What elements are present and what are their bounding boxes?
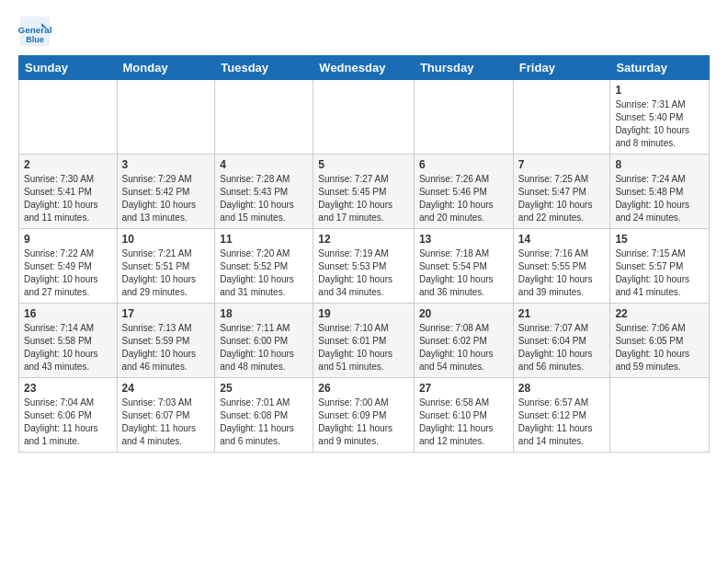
- day-cell: 7Sunrise: 7:25 AM Sunset: 5:47 PM Daylig…: [513, 155, 610, 229]
- day-info: Sunrise: 7:19 AM Sunset: 5:53 PM Dayligh…: [318, 247, 409, 299]
- day-cell: 12Sunrise: 7:19 AM Sunset: 5:53 PM Dayli…: [313, 229, 415, 304]
- day-cell: 26Sunrise: 7:00 AM Sunset: 6:09 PM Dayli…: [313, 378, 415, 453]
- day-info: Sunrise: 7:31 AM Sunset: 5:40 PM Dayligh…: [615, 98, 704, 150]
- day-cell: 28Sunrise: 6:57 AM Sunset: 6:12 PM Dayli…: [513, 378, 610, 453]
- day-number: 25: [220, 382, 308, 395]
- header: General Blue: [18, 15, 710, 48]
- week-row-4: 23Sunrise: 7:04 AM Sunset: 6:06 PM Dayli…: [19, 378, 710, 453]
- day-info: Sunrise: 7:10 AM Sunset: 6:01 PM Dayligh…: [318, 322, 409, 373]
- day-number: 13: [419, 233, 508, 246]
- svg-text:General: General: [18, 25, 51, 35]
- day-cell: 18Sunrise: 7:11 AM Sunset: 6:00 PM Dayli…: [215, 304, 313, 378]
- day-number: 5: [318, 158, 409, 171]
- day-number: 10: [122, 233, 210, 246]
- day-info: Sunrise: 7:30 AM Sunset: 5:41 PM Dayligh…: [24, 173, 112, 224]
- day-number: 17: [122, 307, 210, 320]
- day-info: Sunrise: 6:57 AM Sunset: 6:12 PM Dayligh…: [518, 396, 606, 448]
- logo: General Blue: [18, 15, 55, 48]
- day-number: 28: [518, 382, 606, 395]
- day-cell: 11Sunrise: 7:20 AM Sunset: 5:52 PM Dayli…: [215, 229, 313, 304]
- day-cell: 3Sunrise: 7:29 AM Sunset: 5:42 PM Daylig…: [117, 155, 215, 229]
- day-number: 2: [24, 158, 112, 171]
- day-cell: [215, 80, 313, 155]
- day-header-thursday: Thursday: [414, 56, 513, 80]
- calendar-header: SundayMondayTuesdayWednesdayThursdayFrid…: [19, 56, 710, 80]
- day-cell: 9Sunrise: 7:22 AM Sunset: 5:49 PM Daylig…: [19, 229, 118, 304]
- day-cell: [414, 80, 513, 155]
- day-cell: 19Sunrise: 7:10 AM Sunset: 6:01 PM Dayli…: [313, 304, 415, 378]
- week-row-3: 16Sunrise: 7:14 AM Sunset: 5:58 PM Dayli…: [19, 304, 710, 378]
- day-cell: 21Sunrise: 7:07 AM Sunset: 6:04 PM Dayli…: [513, 304, 610, 378]
- day-info: Sunrise: 7:01 AM Sunset: 6:08 PM Dayligh…: [220, 396, 308, 448]
- day-cell: 17Sunrise: 7:13 AM Sunset: 5:59 PM Dayli…: [117, 304, 215, 378]
- day-info: Sunrise: 7:24 AM Sunset: 5:48 PM Dayligh…: [615, 173, 704, 224]
- day-number: 20: [419, 307, 508, 320]
- day-cell: 13Sunrise: 7:18 AM Sunset: 5:54 PM Dayli…: [414, 229, 513, 304]
- day-cell: 15Sunrise: 7:15 AM Sunset: 5:57 PM Dayli…: [610, 229, 710, 304]
- day-cell: 2Sunrise: 7:30 AM Sunset: 5:41 PM Daylig…: [19, 155, 118, 229]
- calendar-body: 1Sunrise: 7:31 AM Sunset: 5:40 PM Daylig…: [19, 80, 710, 453]
- day-cell: 22Sunrise: 7:06 AM Sunset: 6:05 PM Dayli…: [610, 304, 710, 378]
- day-header-saturday: Saturday: [610, 56, 710, 80]
- day-header-sunday: Sunday: [19, 56, 118, 80]
- day-info: Sunrise: 7:11 AM Sunset: 6:00 PM Dayligh…: [220, 322, 308, 373]
- day-cell: 8Sunrise: 7:24 AM Sunset: 5:48 PM Daylig…: [610, 155, 710, 229]
- day-info: Sunrise: 7:27 AM Sunset: 5:45 PM Dayligh…: [318, 173, 409, 224]
- day-number: 18: [220, 307, 308, 320]
- day-info: Sunrise: 7:07 AM Sunset: 6:04 PM Dayligh…: [518, 322, 606, 373]
- day-info: Sunrise: 7:16 AM Sunset: 5:55 PM Dayligh…: [518, 247, 606, 299]
- day-cell: 14Sunrise: 7:16 AM Sunset: 5:55 PM Dayli…: [513, 229, 610, 304]
- day-number: 3: [122, 158, 210, 171]
- day-cell: 10Sunrise: 7:21 AM Sunset: 5:51 PM Dayli…: [117, 229, 215, 304]
- day-number: 9: [24, 233, 112, 246]
- day-number: 19: [318, 307, 409, 320]
- day-cell: 4Sunrise: 7:28 AM Sunset: 5:43 PM Daylig…: [215, 155, 313, 229]
- week-row-1: 2Sunrise: 7:30 AM Sunset: 5:41 PM Daylig…: [19, 155, 710, 229]
- day-cell: 5Sunrise: 7:27 AM Sunset: 5:45 PM Daylig…: [313, 155, 415, 229]
- day-number: 27: [419, 382, 508, 395]
- day-number: 6: [419, 158, 508, 171]
- day-cell: 25Sunrise: 7:01 AM Sunset: 6:08 PM Dayli…: [215, 378, 313, 453]
- day-info: Sunrise: 7:13 AM Sunset: 5:59 PM Dayligh…: [122, 322, 210, 373]
- day-cell: 1Sunrise: 7:31 AM Sunset: 5:40 PM Daylig…: [610, 80, 710, 155]
- day-number: 14: [518, 233, 606, 246]
- day-cell: [117, 80, 215, 155]
- day-header-wednesday: Wednesday: [313, 56, 415, 80]
- day-number: 23: [24, 382, 112, 395]
- day-number: 15: [615, 233, 704, 246]
- day-info: Sunrise: 7:28 AM Sunset: 5:43 PM Dayligh…: [220, 173, 308, 224]
- week-row-0: 1Sunrise: 7:31 AM Sunset: 5:40 PM Daylig…: [19, 80, 710, 155]
- day-number: 26: [318, 382, 409, 395]
- header-row: SundayMondayTuesdayWednesdayThursdayFrid…: [19, 56, 710, 80]
- day-info: Sunrise: 7:25 AM Sunset: 5:47 PM Dayligh…: [518, 173, 606, 224]
- day-info: Sunrise: 7:21 AM Sunset: 5:51 PM Dayligh…: [122, 247, 210, 299]
- day-info: Sunrise: 7:04 AM Sunset: 6:06 PM Dayligh…: [24, 396, 112, 448]
- day-cell: 23Sunrise: 7:04 AM Sunset: 6:06 PM Dayli…: [19, 378, 118, 453]
- svg-text:Blue: Blue: [26, 35, 44, 44]
- day-number: 8: [615, 158, 704, 171]
- day-info: Sunrise: 7:22 AM Sunset: 5:49 PM Dayligh…: [24, 247, 112, 299]
- day-number: 24: [122, 382, 210, 395]
- day-cell: [313, 80, 415, 155]
- day-cell: [513, 80, 610, 155]
- week-row-2: 9Sunrise: 7:22 AM Sunset: 5:49 PM Daylig…: [19, 229, 710, 304]
- day-info: Sunrise: 7:14 AM Sunset: 5:58 PM Dayligh…: [24, 322, 112, 373]
- day-info: Sunrise: 7:15 AM Sunset: 5:57 PM Dayligh…: [615, 247, 704, 299]
- day-cell: [19, 80, 118, 155]
- page: General Blue SundayMondayTuesdayWednesda…: [0, 0, 728, 462]
- calendar: SundayMondayTuesdayWednesdayThursdayFrid…: [18, 55, 710, 453]
- day-info: Sunrise: 7:26 AM Sunset: 5:46 PM Dayligh…: [419, 173, 508, 224]
- day-number: 4: [220, 158, 308, 171]
- day-number: 1: [615, 84, 704, 97]
- day-info: Sunrise: 7:00 AM Sunset: 6:09 PM Dayligh…: [318, 396, 409, 448]
- day-number: 12: [318, 233, 409, 246]
- day-header-friday: Friday: [513, 56, 610, 80]
- day-number: 7: [518, 158, 606, 171]
- day-cell: 24Sunrise: 7:03 AM Sunset: 6:07 PM Dayli…: [117, 378, 215, 453]
- day-info: Sunrise: 7:06 AM Sunset: 6:05 PM Dayligh…: [615, 322, 704, 373]
- day-number: 11: [220, 233, 308, 246]
- day-number: 16: [24, 307, 112, 320]
- day-cell: 27Sunrise: 6:58 AM Sunset: 6:10 PM Dayli…: [414, 378, 513, 453]
- logo-icon: General Blue: [18, 15, 51, 48]
- day-info: Sunrise: 7:03 AM Sunset: 6:07 PM Dayligh…: [122, 396, 210, 448]
